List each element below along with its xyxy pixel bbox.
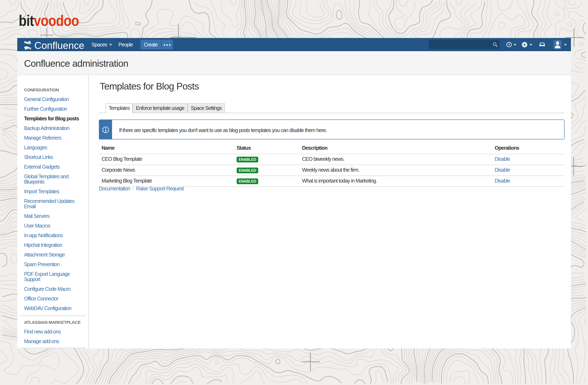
svg-text:?: ? bbox=[508, 43, 510, 47]
